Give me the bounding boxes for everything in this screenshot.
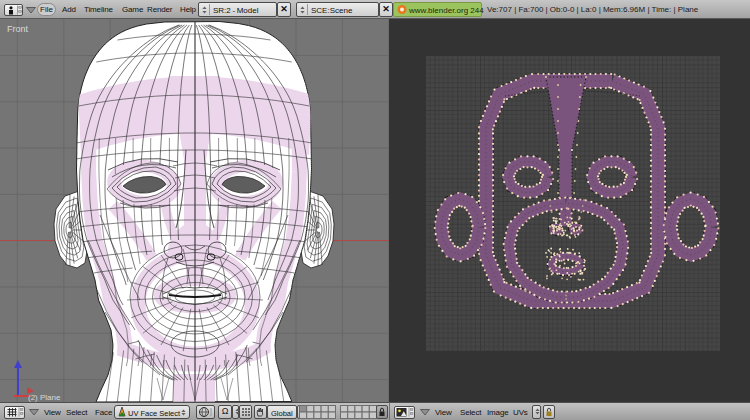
svg-text:(2) Plane: (2) Plane	[28, 393, 61, 402]
svg-text:Front: Front	[7, 24, 29, 34]
